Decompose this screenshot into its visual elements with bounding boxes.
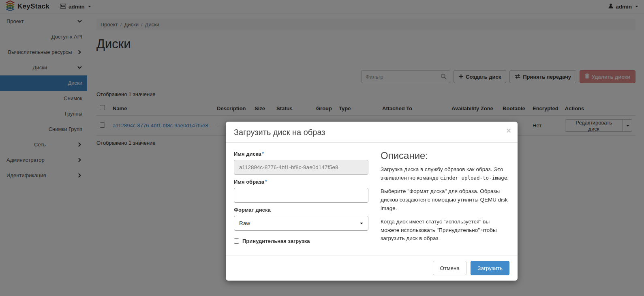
description-paragraph-3: Когда диск имеет статус "используется" в… xyxy=(381,218,509,243)
cancel-button[interactable]: Отмена xyxy=(433,261,466,275)
upload-form: Имя диска* Имя образа* Формат диска Raw … xyxy=(234,149,368,251)
disk-format-label: Формат диска xyxy=(234,207,368,213)
modal-footer: Отмена Загрузить xyxy=(226,255,518,281)
modal-title: Загрузить диск на образ xyxy=(234,128,509,137)
modal-header: Загрузить диск на образ × xyxy=(226,122,518,143)
chevron-down-icon xyxy=(360,223,363,224)
cli-command: cinder upload-to-image xyxy=(440,175,507,181)
disk-format-select[interactable]: Raw xyxy=(234,216,368,231)
upload-button[interactable]: Загрузить xyxy=(471,261,509,275)
description-heading: Описание: xyxy=(381,150,509,161)
image-name-field[interactable] xyxy=(234,188,368,203)
description-paragraph-1: Загрузка диска в службу образов как обра… xyxy=(381,165,509,182)
description-paragraph-2: Выберите "Формат диска" для образа. Обра… xyxy=(381,187,509,213)
image-name-label: Имя образа* xyxy=(234,179,368,185)
modal-description: Описание: Загрузка диска в службу образо… xyxy=(381,149,509,251)
force-upload-checkbox[interactable] xyxy=(234,238,239,244)
disk-name-label: Имя диска* xyxy=(234,151,368,157)
disk-name-field xyxy=(234,160,368,175)
modal-body: Имя диска* Имя образа* Формат диска Raw … xyxy=(226,143,518,255)
force-upload-label[interactable]: Принудительная загрузка xyxy=(242,238,310,244)
required-asterisk: * xyxy=(262,151,264,157)
required-asterisk: * xyxy=(265,179,267,184)
upload-to-image-modal: Загрузить диск на образ × Имя диска* Имя… xyxy=(226,122,518,281)
close-icon[interactable]: × xyxy=(506,127,511,135)
